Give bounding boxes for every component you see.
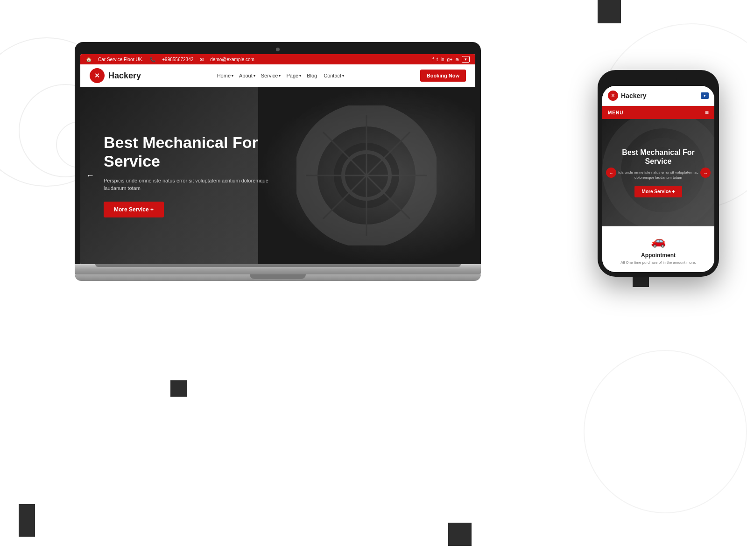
- phone-site-header: ✕ Hackery ▾: [602, 86, 714, 106]
- phone-notch-bar: [602, 75, 714, 86]
- nav-links: Home About Service Page Blog Contact: [217, 73, 344, 78]
- site-logo: ✕ Hackery: [90, 68, 141, 83]
- topbar-phone: +99855672342: [162, 57, 193, 62]
- phone-hero-title: Best Mechanical For Service: [612, 148, 705, 166]
- language-button[interactable]: ▾: [462, 56, 470, 63]
- phone-screen: ✕ Hackery ▾ MENU ≡ ← → Bes: [602, 86, 714, 272]
- booking-now-button[interactable]: Booking Now: [420, 70, 466, 82]
- phone-car-icon: 🚗: [610, 234, 707, 248]
- laptop-base: [75, 264, 481, 274]
- phone-hamburger-icon[interactable]: ≡: [705, 109, 709, 116]
- laptop-device: 🏠 Car Service Floor UK. 📞 +99855672342 ✉…: [75, 42, 481, 281]
- social-twitter-icon[interactable]: t: [437, 57, 438, 62]
- hero-cta-button[interactable]: More Service +: [104, 202, 164, 217]
- decorative-square-4: [19, 504, 35, 537]
- logo-icon: ✕: [90, 68, 105, 83]
- phone-logo-icon: ✕: [608, 91, 618, 101]
- phone-hero-content: Best Mechanical For Service icis unde om…: [602, 148, 714, 197]
- social-facebook-icon[interactable]: f: [432, 57, 434, 62]
- nav-page[interactable]: Page: [286, 73, 301, 78]
- laptop-notch: [250, 274, 306, 279]
- topbar-left: 🏠 Car Service Floor UK. 📞 +99855672342 ✉…: [86, 57, 254, 62]
- phone-arrow-right[interactable]: →: [700, 168, 711, 178]
- phone-notch: [640, 77, 677, 84]
- nav-contact[interactable]: Contact: [324, 73, 344, 78]
- social-google-icon[interactable]: g+: [447, 57, 452, 62]
- phone-logo: ✕ Hackery: [608, 91, 647, 101]
- laptop-foot: [75, 274, 481, 281]
- topbar-right: f t in g+ ⊕ ▾: [432, 56, 470, 63]
- topbar-address-icon: 🏠: [86, 57, 92, 62]
- phone-hero: ← → Best Mechanical For Service icis und…: [602, 119, 714, 226]
- phone-service-section: 🚗 Appointment All One-time purchase of i…: [602, 226, 714, 272]
- topbar-phone-icon: 📞: [150, 57, 155, 62]
- phone-service-title: Appointment: [610, 252, 707, 259]
- phone-hero-description: icis unde omne iste natus error sit volu…: [612, 170, 705, 180]
- phone-menu-label: MENU: [608, 110, 623, 115]
- site-navbar: ✕ Hackery Home About Service Page Blog C…: [80, 64, 475, 87]
- site-hero: ← Best Mechanical For Service Perspicis …: [80, 87, 475, 264]
- laptop-hinge: [95, 264, 461, 267]
- logo-text: Hackery: [108, 71, 141, 81]
- topbar-email-icon: ✉: [200, 57, 204, 62]
- phone-hero-cta-button[interactable]: More Service +: [634, 186, 683, 197]
- phone-outer: ✕ Hackery ▾ MENU ≡ ← → Bes: [598, 70, 719, 277]
- nav-about[interactable]: About: [239, 73, 255, 78]
- nav-home[interactable]: Home: [217, 73, 233, 78]
- phone-logo-text: Hackery: [621, 92, 647, 99]
- nav-service[interactable]: Service: [261, 73, 281, 78]
- phone-lang-button[interactable]: ▾: [701, 92, 709, 99]
- phone-menu-bar: MENU ≡: [602, 106, 714, 119]
- laptop-screen-inner: 🏠 Car Service Floor UK. 📞 +99855672342 ✉…: [80, 54, 475, 264]
- laptop-screen-outer: 🏠 Car Service Floor UK. 📞 +99855672342 ✉…: [75, 42, 481, 264]
- hero-content: Best Mechanical For Service Perspicis un…: [80, 115, 304, 236]
- phone-arrow-left[interactable]: ←: [606, 168, 616, 178]
- hero-arrow-left[interactable]: ←: [86, 171, 94, 181]
- phone-service-description: All One-time purchase of in the amount m…: [610, 260, 707, 265]
- phone-device: ✕ Hackery ▾ MENU ≡ ← → Bes: [598, 70, 719, 277]
- site-topbar: 🏠 Car Service Floor UK. 📞 +99855672342 ✉…: [80, 54, 475, 64]
- social-instagram-icon[interactable]: in: [441, 57, 444, 62]
- hero-title: Best Mechanical For Service: [104, 133, 281, 170]
- hero-description: Perspicis unde omne iste natus error sit…: [104, 177, 281, 192]
- topbar-address: Car Service Floor UK.: [98, 57, 143, 62]
- scene-container: 🏠 Car Service Floor UK. 📞 +99855672342 ✉…: [47, 23, 719, 532]
- tire-svg: [296, 105, 437, 245]
- decorative-square-1: [598, 0, 621, 23]
- social-extra-icon[interactable]: ⊕: [455, 57, 459, 62]
- topbar-email: demo@example.com: [210, 57, 254, 62]
- nav-blog[interactable]: Blog: [307, 73, 318, 78]
- laptop-camera: [276, 48, 280, 51]
